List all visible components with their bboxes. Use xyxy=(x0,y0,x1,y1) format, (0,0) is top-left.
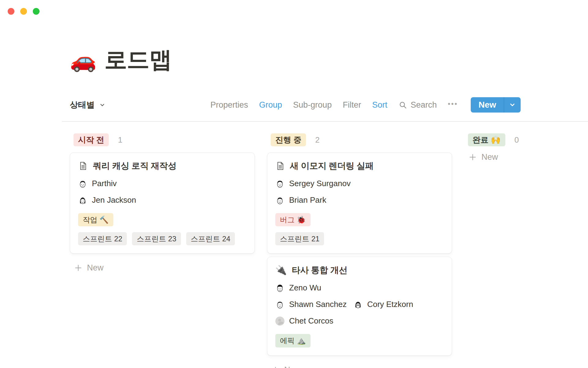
more-options-button[interactable]: ••• xyxy=(448,100,458,110)
card-emoji-rendering[interactable]: 새 이모지 렌더링 실패 Sergey Surganov Brian Park xyxy=(267,152,452,254)
person-name: Chet Corcos xyxy=(289,316,334,326)
person-row: Shawn Sanchez Cory Etzkorn xyxy=(275,300,444,309)
column-count: 2 xyxy=(315,135,319,145)
view-name: 상태별 xyxy=(70,99,95,110)
tag-sprint: 스프린트 21 xyxy=(275,232,324,245)
column-done: 완료 🙌 0 New xyxy=(464,134,588,162)
new-button-group: New xyxy=(471,97,521,113)
person-name: Brian Park xyxy=(289,195,326,205)
avatar-jen-jackson xyxy=(78,196,87,205)
card-third-party-integration[interactable]: 🔌 타사 통합 개선 Zeno Wu Shawn Sanchez xyxy=(267,257,452,355)
column-count: 1 xyxy=(118,135,122,145)
tag-sprint: 스프린트 22 xyxy=(78,232,127,245)
filter-button[interactable]: Filter xyxy=(343,100,361,110)
person: Zeno Wu xyxy=(275,283,321,293)
person-row: Zeno Wu xyxy=(275,283,444,293)
avatar-cory-etzkorn xyxy=(353,300,363,309)
person: Shawn Sanchez xyxy=(275,300,347,309)
tag-row: 버그 🐞 xyxy=(275,213,444,226)
search-label: Search xyxy=(411,100,437,110)
person: Cory Etzkorn xyxy=(353,300,413,309)
view-selector[interactable]: 상태별 xyxy=(70,99,105,110)
kanban-board: 시작 전 1 쿼리 캐싱 로직 재작성 xyxy=(0,134,588,368)
close-button[interactable] xyxy=(8,8,14,15)
page-title-text[interactable]: 로드맵 xyxy=(104,45,172,75)
tag-sprint: 스프린트 23 xyxy=(132,232,181,245)
page-document-icon xyxy=(78,161,88,171)
add-new-label: New xyxy=(284,365,301,368)
zoom-button[interactable] xyxy=(33,8,40,15)
card-query-caching[interactable]: 쿼리 캐싱 로직 재작성 Parthiv Jen Jackson xyxy=(70,152,255,254)
avatar-shawn-sanchez xyxy=(275,300,285,309)
column-header: 시작 전 1 xyxy=(74,134,255,146)
avatar-chet-corcos xyxy=(275,316,285,326)
chevron-down-icon xyxy=(99,102,105,108)
sprint-tag-row: 스프린트 21 xyxy=(275,232,444,245)
tag-work: 작업 🔨 xyxy=(78,213,113,226)
person-row: Jen Jackson xyxy=(78,195,247,205)
column-header: 진행 중 2 xyxy=(271,134,452,146)
status-badge[interactable]: 시작 전 xyxy=(74,133,109,147)
toolbar-actions: Properties Group Sub-group Filter Sort S… xyxy=(210,97,521,113)
tag-bug: 버그 🐞 xyxy=(275,213,311,226)
add-new-card-button[interactable]: New xyxy=(469,152,588,162)
page-header: 🚗 로드맵 xyxy=(70,45,172,75)
page-title: 🚗 로드맵 xyxy=(70,45,172,75)
add-new-label: New xyxy=(481,152,498,162)
person: Chet Corcos xyxy=(275,316,334,326)
column-count: 0 xyxy=(514,135,519,145)
card-title: 새 이모지 렌더링 실패 xyxy=(290,160,374,172)
person-name: Zeno Wu xyxy=(289,283,321,293)
tag-row: 작업 🔨 xyxy=(78,213,247,226)
add-new-label: New xyxy=(87,263,104,273)
card-title-row: 🔌 타사 통합 개선 xyxy=(275,264,444,276)
person-name: Jen Jackson xyxy=(92,195,136,205)
card-title-row: 새 이모지 렌더링 실패 xyxy=(275,160,444,172)
new-dropdown-button[interactable] xyxy=(504,97,521,113)
chevron-down-icon xyxy=(509,102,516,108)
column-header: 완료 🙌 0 xyxy=(468,134,588,146)
plus-icon xyxy=(74,264,82,272)
new-button[interactable]: New xyxy=(471,97,504,113)
person: Sergey Surganov xyxy=(275,179,351,188)
person: Brian Park xyxy=(275,195,326,205)
properties-button[interactable]: Properties xyxy=(210,100,248,110)
column-in-progress: 진행 중 2 새 이모지 렌더링 실패 xyxy=(267,134,452,368)
page-document-icon xyxy=(275,161,285,171)
view-toolbar: 상태별 Properties Group Sub-group Filter So… xyxy=(70,97,521,113)
plus-icon xyxy=(469,153,477,161)
person-name: Shawn Sanchez xyxy=(289,300,347,309)
tag-sprint: 스프린트 24 xyxy=(186,232,235,245)
window-controls xyxy=(8,8,40,15)
tag-epic: 에픽 ⛰️ xyxy=(275,334,311,347)
person: Parthiv xyxy=(78,179,117,188)
sub-group-button[interactable]: Sub-group xyxy=(293,100,332,110)
minimize-button[interactable] xyxy=(20,8,27,15)
status-badge[interactable]: 진행 중 xyxy=(271,133,306,147)
card-title: 타사 통합 개선 xyxy=(292,264,347,276)
tag-row: 에픽 ⛰️ xyxy=(275,334,444,347)
person-row: Parthiv xyxy=(78,179,247,188)
person-name: Sergey Surganov xyxy=(289,179,351,188)
add-new-card-button[interactable]: New xyxy=(74,263,255,273)
status-badge[interactable]: 완료 🙌 xyxy=(468,133,505,147)
sort-button[interactable]: Sort xyxy=(372,100,387,110)
sprint-tag-row: 스프린트 22 스프린트 23 스프린트 24 xyxy=(78,232,247,245)
person: Jen Jackson xyxy=(78,195,136,205)
person-row: Brian Park xyxy=(275,195,444,205)
search-button[interactable]: Search xyxy=(398,100,437,110)
person-row: Sergey Surganov xyxy=(275,179,444,188)
plus-icon xyxy=(271,366,280,368)
avatar-parthiv xyxy=(78,179,87,188)
group-button[interactable]: Group xyxy=(259,100,282,110)
car-emoji-icon[interactable]: 🚗 xyxy=(70,49,96,71)
plug-emoji-icon: 🔌 xyxy=(275,266,287,275)
search-icon xyxy=(398,101,407,109)
avatar-brian-park xyxy=(275,196,285,205)
card-title: 쿼리 캐싱 로직 재작성 xyxy=(93,160,176,172)
avatar-sergey-surganov xyxy=(275,179,285,188)
avatar-zeno-wu xyxy=(275,283,285,293)
person-name: Parthiv xyxy=(92,179,117,188)
toolbar-divider xyxy=(62,121,588,122)
add-new-card-button[interactable]: New xyxy=(271,365,452,368)
